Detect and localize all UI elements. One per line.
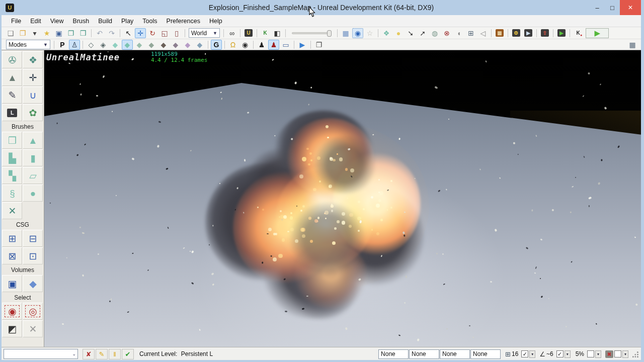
brush-sheet-button[interactable]: ▱ — [23, 167, 43, 184]
csg-intersect-button[interactable]: ⊠ — [2, 247, 22, 264]
mode-translate-button[interactable]: ✛ — [23, 69, 43, 86]
group-remove-button[interactable]: ⊗ — [441, 28, 452, 38]
csg-deintersect-button[interactable]: ⊡ — [23, 247, 43, 264]
lock-viewport-button[interactable]: Ω — [227, 40, 238, 50]
content-browser-button[interactable]: U — [243, 28, 254, 38]
kismet-debugger-button[interactable]: K● — [573, 28, 584, 38]
matinee-button[interactable]: ◧ — [272, 28, 283, 38]
level-visibility-check-button[interactable]: ✔ — [122, 349, 134, 359]
mode-geometry-button[interactable]: ❖ — [23, 51, 43, 68]
select-invert-button[interactable]: ◩ — [2, 320, 22, 337]
viewmode-lit-button[interactable]: ◆ — [122, 40, 133, 50]
show-flags-button[interactable]: ◉ — [239, 40, 251, 50]
viewmode-wireframe-button[interactable]: ◇ — [86, 40, 97, 50]
viewmode-detail-lighting-button[interactable]: ◆ — [134, 40, 145, 50]
modes-select[interactable]: Modes▼ — [6, 40, 50, 49]
brush-polys-button[interactable]: ▦ — [340, 28, 351, 38]
prefab-button[interactable]: ❖ — [381, 28, 392, 38]
minimize-button[interactable]: – — [590, 0, 605, 15]
matinee-list-button[interactable]: ⊞ — [465, 28, 476, 38]
paths-rebuild-off-button[interactable]: ✘ — [83, 349, 95, 359]
select-none-button[interactable]: ✕ — [23, 320, 43, 337]
actor-prop-field-2[interactable]: None — [409, 349, 439, 359]
menu-preferences[interactable]: Preferences — [162, 16, 205, 26]
viewmode-lighting-only-button[interactable]: ◆ — [146, 40, 157, 50]
brush-cube-button[interactable]: ❒ — [2, 132, 22, 149]
redo-button[interactable]: ↷ — [106, 28, 117, 38]
build-geometry-button[interactable]: ▦ — [494, 28, 505, 38]
maximize-viewport-button[interactable]: ❐ — [313, 40, 325, 50]
safe-frames-button[interactable]: ▭ — [280, 40, 291, 50]
close-button[interactable]: ✕ — [620, 0, 641, 15]
add-volume-button[interactable]: ▣ — [2, 275, 22, 292]
brush-sphere-button[interactable]: ● — [23, 185, 43, 202]
csg-subtract-button[interactable]: ⊟ — [23, 230, 43, 247]
brush-curved-stairs-button[interactable]: ▚ — [2, 167, 22, 184]
rotate-tool-button[interactable]: ↻ — [147, 28, 158, 38]
viewport-3d[interactable]: UnrealMatinee 1191x589 4.4 / 12.4 frames — [44, 50, 641, 347]
play-level-button[interactable]: ▶ — [586, 28, 609, 38]
slider-thumb[interactable] — [327, 30, 332, 37]
menu-brush[interactable]: Brush — [68, 16, 94, 26]
favorites-star-button[interactable]: ☆ — [364, 28, 375, 38]
brush-cylinder-button[interactable]: ▮ — [23, 149, 43, 166]
autosave-caret[interactable]: ▾ — [622, 350, 628, 358]
kismet-button[interactable]: K — [260, 28, 271, 38]
camera-actor-button[interactable]: ◍ — [429, 28, 440, 38]
csg-add-button[interactable]: ⊞ — [2, 230, 22, 247]
rotation-snap-caret[interactable]: ▾ — [565, 350, 571, 358]
build-all-button[interactable]: ⇧ — [539, 28, 550, 38]
realtime-toggle-button[interactable]: ▶ — [297, 40, 308, 50]
drag-grid-caret[interactable]: ▾ — [529, 350, 535, 358]
scale-snap-checkbox[interactable] — [587, 350, 594, 357]
viewmode-unlit-button[interactable]: ◆ — [110, 40, 121, 50]
viewmode-brushwire-button[interactable]: ◈ — [98, 40, 109, 50]
select-hide-button[interactable]: ◎ — [23, 303, 43, 320]
possess-viewport-button[interactable]: ♟ — [268, 40, 279, 50]
scale-nonuniform-tool-button[interactable]: ▯ — [171, 28, 182, 38]
autosave-icon[interactable]: ✖ — [605, 350, 613, 358]
perspective-toggle-button[interactable]: P — [57, 40, 68, 50]
viewport-layout-button[interactable]: ▦ — [627, 40, 638, 50]
menu-file[interactable]: File — [7, 16, 26, 26]
game-view-button[interactable]: G — [211, 40, 222, 50]
actor-prop-field-3[interactable]: None — [440, 349, 470, 359]
actor-prop-field-1[interactable]: None — [378, 349, 409, 359]
brush-volumetric-button[interactable]: ✕ — [2, 202, 22, 219]
possess-player-button[interactable]: ♟ — [256, 40, 267, 50]
menu-view[interactable]: View — [46, 16, 68, 26]
favorites-button[interactable]: ★ — [41, 28, 52, 38]
build-paths-button[interactable]: ▶ — [523, 28, 534, 38]
save-all-button[interactable]: ❐ — [65, 28, 76, 38]
drag-grid-checkbox[interactable]: ✓ — [521, 350, 528, 357]
select-tool-button[interactable]: ↖ — [123, 28, 134, 38]
viewmode-shader-complexity-button[interactable]: ◆ — [182, 40, 193, 50]
menu-edit[interactable]: Edit — [26, 16, 46, 26]
kismet-ref-forward-button[interactable]: ➘ — [405, 28, 416, 38]
pylon-add-button[interactable]: ✎ — [96, 349, 108, 359]
status-combobox[interactable]: ⌄ — [4, 349, 78, 359]
maximize-button[interactable]: □ — [605, 0, 620, 15]
kismet-ref-back-button[interactable]: ➚ — [417, 28, 428, 38]
mode-landscape-button[interactable]: L — [2, 104, 22, 121]
coordinate-system-select[interactable]: World▼ — [189, 28, 220, 38]
scale-snap-caret[interactable]: ▾ — [595, 350, 601, 358]
mode-terrain-button[interactable]: ▲ — [2, 69, 22, 86]
mode-texture-paint-button[interactable]: ✎ — [2, 86, 22, 104]
pylon-pair-button[interactable]: ‖ — [109, 349, 121, 359]
scale-tool-button[interactable]: ◱ — [159, 28, 170, 38]
resize-grip[interactable] — [632, 351, 639, 357]
menu-build[interactable]: Build — [94, 16, 117, 26]
menu-tools[interactable]: Tools — [138, 16, 162, 26]
autosave-checkbox[interactable] — [614, 350, 621, 357]
selected-polys-button[interactable]: ◉ — [352, 28, 363, 38]
add-volume-cube-button[interactable]: ◆ — [23, 275, 43, 292]
open-file-button[interactable]: ❒ — [17, 28, 28, 38]
light-button[interactable]: ● — [393, 28, 404, 38]
search-actors-button[interactable]: ∞ — [226, 28, 237, 38]
viewmode-texture-density-button[interactable]: ◆ — [170, 40, 181, 50]
camera-speed-slider[interactable] — [292, 32, 331, 34]
brush-spiral-stairs-button[interactable]: § — [2, 185, 22, 202]
mode-geometry-edit-button[interactable]: ∪ — [23, 86, 43, 104]
mode-foliage-button[interactable]: ✿ — [23, 104, 43, 121]
